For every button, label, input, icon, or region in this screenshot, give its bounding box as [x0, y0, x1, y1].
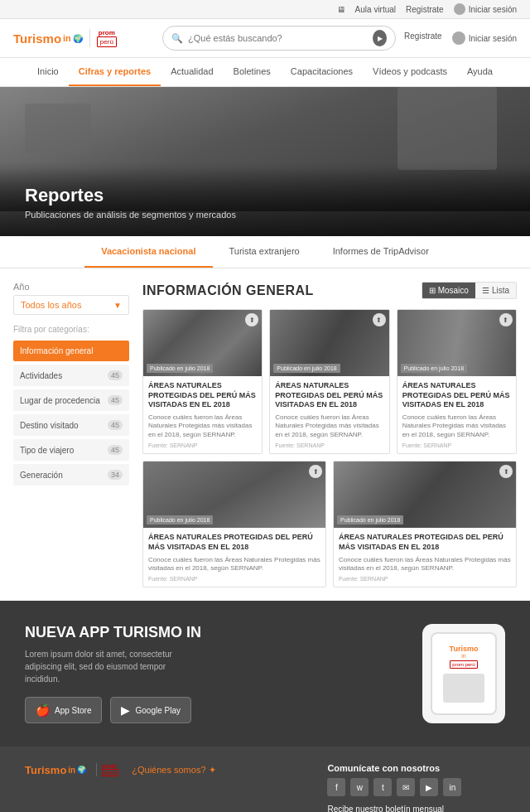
user-avatar-icon — [452, 31, 465, 45]
card-image-4: ⬆ Publicado en julio 2018 — [143, 462, 325, 528]
virtual-classroom-icon: 🖥 — [337, 5, 345, 14]
content-tabs: Vacacionista nacional Turista extranjero… — [0, 236, 530, 268]
card-5[interactable]: ⬆ Publicado en julio 2018 ÁREAS NATURALE… — [333, 461, 517, 587]
youtube-icon[interactable]: ▶ — [420, 778, 438, 796]
nav-videos[interactable]: Vídeos y podcasts — [363, 58, 457, 86]
category-viajero[interactable]: Tipo de viajero 45 — [13, 439, 129, 461]
year-label: Año — [13, 282, 129, 292]
login-link[interactable]: Iniciar sesión — [469, 5, 517, 14]
footer-contact: Comunícate con nosotros f w t ✉ ▶ in Rec… — [327, 763, 505, 812]
hero-subtitle: Publicaciones de análisis de segmentos y… — [25, 210, 505, 220]
card-tag-1: Publicado en julio 2018 — [147, 364, 213, 373]
card-image-5: ⬆ Publicado en julio 2018 — [334, 462, 516, 528]
grid-title: INFORMACIÓN GENERAL — [142, 283, 314, 298]
nav-capacitaciones[interactable]: Capacitaciones — [281, 58, 363, 86]
googleplay-button[interactable]: ▶ Google Play — [110, 697, 190, 723]
whatsapp-icon[interactable]: w — [350, 778, 369, 796]
app-desc: Lorem ipsum dolor sit amet, consectetur … — [25, 648, 190, 685]
card-4[interactable]: ⬆ Publicado en julio 2018 ÁREAS NATURALE… — [142, 461, 326, 587]
card-desc-4: Conoce cuáles fueron las Áreas Naturales… — [148, 556, 320, 573]
appstore-button[interactable]: 🍎 App Store — [25, 697, 102, 723]
play-icon: ▶ — [121, 703, 130, 717]
hero-banner: Reportes Publicaciones de análisis de se… — [0, 87, 530, 236]
grid-header: INFORMACIÓN GENERAL ⊞ Mosaico ☰ Lista — [142, 282, 517, 299]
cards-grid-top: ⬆ Publicado en julio 2018 ÁREAS NATURALE… — [142, 309, 517, 454]
category-procedencia[interactable]: Lugar de procedencia 45 — [13, 389, 129, 411]
list-icon: ☰ — [482, 286, 489, 295]
share-icon-3[interactable]: ⬆ — [499, 313, 513, 326]
logo-turismo[interactable]: Turismo in 🌍 — [13, 31, 83, 46]
register-link[interactable]: Registrate — [406, 5, 444, 14]
header-actions: Registrate Iniciar sesión — [404, 31, 517, 45]
virtual-classroom-link[interactable]: Aula virtual — [355, 5, 396, 14]
contact-label: Comunícate con nosotros — [327, 763, 505, 773]
card-title-2: ÁREAS NATURALES PROTEGIDAS DEL PERÚ MÁS … — [275, 381, 383, 410]
email-icon[interactable]: ✉ — [397, 778, 415, 796]
year-select[interactable]: Todos los años ▼ — [13, 295, 129, 315]
list-view-button[interactable]: ☰ Lista — [475, 283, 516, 298]
apple-icon: 🍎 — [36, 703, 50, 717]
facebook-icon[interactable]: f — [327, 778, 345, 796]
card-desc-5: Conoce cuáles fueron las Áreas Naturales… — [339, 556, 511, 573]
nav-cifras[interactable]: Cifras y reportes — [69, 58, 161, 86]
card-desc-3: Conoce cuáles fueron las Áreas Naturales… — [402, 413, 511, 439]
grid-icon: ⊞ — [429, 286, 436, 295]
card-source-5: Fuente: SERNANP — [339, 576, 511, 582]
newsletter-label: Recibe nuestro boletín mensual — [327, 805, 505, 812]
category-generacion[interactable]: Generación 34 — [13, 464, 129, 486]
card-1[interactable]: ⬆ Publicado en julio 2018 ÁREAS NATURALE… — [142, 309, 263, 454]
phone-image — [443, 674, 484, 703]
sidebar: Año Todos los años ▼ Filtra por categorí… — [13, 282, 129, 587]
card-title-4: ÁREAS NATURALES PROTEGIDAS DEL PERÚ MÁS … — [148, 533, 320, 552]
card-image-1: ⬆ Publicado en julio 2018 — [143, 310, 262, 376]
category-actividades[interactable]: Actividades 45 — [13, 365, 129, 386]
nav-boletines[interactable]: Boletines — [224, 58, 281, 86]
search-bar[interactable]: 🔍 ▶ — [162, 26, 396, 51]
card-image-3: ⬆ Publicado en julio 2018 — [398, 310, 516, 376]
main-nav: Inicio Cifras y reportes Actualidad Bole… — [0, 58, 530, 87]
share-icon-2[interactable]: ⬆ — [373, 313, 386, 326]
tab-vacacionista[interactable]: Vacacionista nacional — [84, 236, 212, 268]
footer-left: Turismo in 🌍 prom perú ¿Quiénes somos? ✦ — [25, 763, 216, 783]
tab-tripadvisor[interactable]: Informes de TripAdvisor — [316, 236, 446, 268]
view-toggle: ⊞ Mosaico ☰ Lista — [422, 282, 517, 299]
search-submit-button[interactable]: ▶ — [373, 30, 387, 46]
card-3[interactable]: ⬆ Publicado en julio 2018 ÁREAS NATURALE… — [397, 309, 517, 454]
app-buttons: 🍎 App Store ▶ Google Play — [25, 697, 406, 723]
search-input[interactable] — [188, 33, 368, 43]
category-informacion[interactable]: Información general — [13, 341, 129, 361]
user-icon — [454, 3, 465, 15]
card-source-1: Fuente: SERNANP — [148, 442, 257, 448]
filter-label: Filtra por categorías: — [13, 325, 129, 334]
category-destino[interactable]: Destino visitado 45 — [13, 414, 129, 436]
logo-promperu: prom perú — [89, 29, 117, 47]
card-tag-2: Publicado en julio 2018 — [273, 364, 340, 373]
card-title-3: ÁREAS NATURALES PROTEGIDAS DEL PERÚ MÁS … — [402, 381, 511, 410]
footer-top: Turismo in 🌍 prom perú ¿Quiénes somos? ✦… — [25, 763, 505, 812]
nav-ayuda[interactable]: Ayuda — [457, 58, 503, 86]
card-desc-2: Conoce cuáles fueron las Áreas Naturales… — [275, 413, 383, 439]
login-area[interactable]: Iniciar sesión — [452, 31, 517, 45]
phone-mockup: Turismo in prom perú — [422, 624, 505, 723]
nav-inicio[interactable]: Inicio — [27, 58, 69, 86]
tab-turista[interactable]: Turista extranjero — [213, 236, 316, 268]
card-tag-3: Publicado en julio 2018 — [401, 364, 467, 373]
cards-grid-bottom: ⬆ Publicado en julio 2018 ÁREAS NATURALE… — [142, 461, 517, 587]
logo-area: Turismo in 🌍 prom perú — [13, 29, 154, 47]
quienes-somos-link[interactable]: ¿Quiénes somos? ✦ — [132, 765, 215, 776]
chevron-down-icon: ▼ — [113, 301, 122, 310]
register-header-link[interactable]: Registrate — [404, 31, 442, 45]
nav-actualidad[interactable]: Actualidad — [161, 58, 223, 86]
linkedin-icon[interactable]: in — [443, 778, 461, 796]
social-icons: f w t ✉ ▶ in — [327, 778, 505, 796]
card-source-4: Fuente: SERNANP — [148, 576, 320, 582]
app-section: NUEVA APP TURISMO IN Lorem ipsum dolor s… — [0, 601, 530, 747]
phone-screen: Turismo in prom perú — [431, 632, 497, 715]
twitter-icon[interactable]: t — [373, 778, 392, 796]
mosaic-view-button[interactable]: ⊞ Mosaico — [422, 283, 475, 298]
app-title: NUEVA APP TURISMO IN — [25, 624, 406, 641]
card-tag-4: Publicado en julio 2018 — [147, 515, 213, 524]
card-2[interactable]: ⬆ Publicado en julio 2018 ÁREAS NATURALE… — [269, 309, 389, 454]
footer-logo-turismo[interactable]: Turismo in 🌍 — [25, 764, 86, 776]
main-content: Año Todos los años ▼ Filtra por categorí… — [0, 268, 530, 601]
